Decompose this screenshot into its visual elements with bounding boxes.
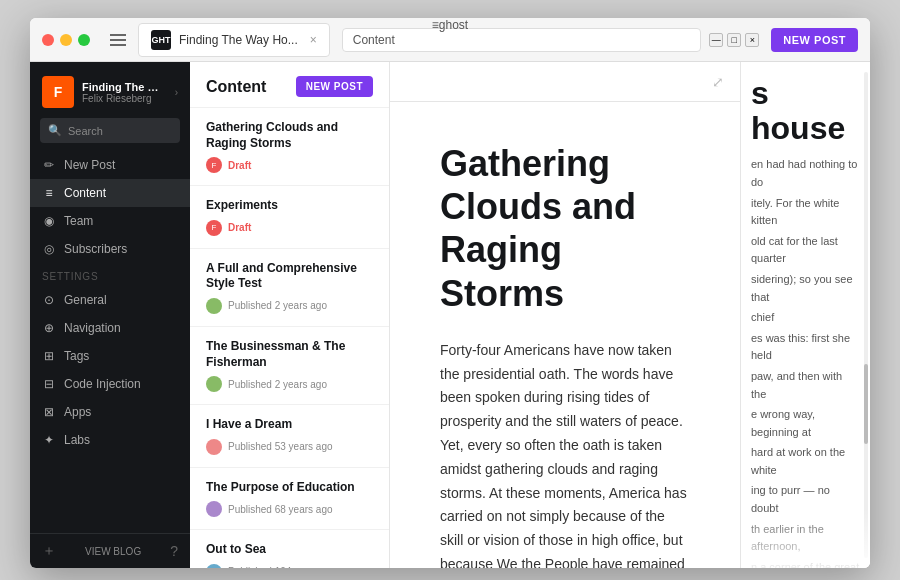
hamburger-icon[interactable] [110, 34, 126, 46]
sidebar-item-apps[interactable]: ⊠ Apps [30, 398, 190, 426]
right-panel-line: hard at work on the white [751, 444, 860, 479]
settings-section-label: SETTINGS [30, 263, 190, 286]
sidebar-item-label: General [64, 293, 107, 307]
status-badge: Draft [228, 222, 251, 233]
close-button[interactable] [42, 34, 54, 46]
fullscreen-button[interactable] [78, 34, 90, 46]
avatar [206, 298, 222, 314]
right-panel-line: paw, and then with the [751, 368, 860, 403]
sidebar-search[interactable]: 🔍 [40, 118, 180, 143]
view-blog-button[interactable]: VIEW BLOG [85, 546, 141, 557]
navigation-icon: ⊕ [42, 321, 56, 335]
tab-title: Finding The Way Ho... [179, 33, 298, 47]
sidebar-item-general[interactable]: ⊙ General [30, 286, 190, 314]
sidebar-item-label: Content [64, 186, 106, 200]
scrollbar-track[interactable] [864, 72, 868, 558]
status-badge: Published 2 years ago [228, 300, 327, 311]
sidebar-item-labs[interactable]: ✦ Labs [30, 426, 190, 454]
sidebar-item-new-post[interactable]: ✏ New Post [30, 151, 190, 179]
item-meta: F Draft [206, 220, 373, 236]
minimize-button[interactable] [60, 34, 72, 46]
editor-content[interactable]: Gathering Clouds and Raging Storms Forty… [390, 102, 740, 568]
avatar: F [206, 157, 222, 173]
main-window: GHT Finding The Way Ho... × Content — □ … [30, 18, 870, 568]
url-bar[interactable]: Content [342, 28, 702, 52]
avatar [206, 376, 222, 392]
add-site-button[interactable]: ＋ [42, 542, 56, 560]
list-item[interactable]: Gathering Cclouds and Raging Storms F Dr… [190, 108, 389, 186]
sidebar-item-label: Code Injection [64, 377, 141, 391]
sidebar-item-label: Team [64, 214, 93, 228]
right-panel-line: e wrong way, beginning at [751, 406, 860, 441]
status-badge: Draft [228, 160, 251, 171]
apps-icon: ⊠ [42, 405, 56, 419]
list-item[interactable]: A Full and Comprehensive Style Test Publ… [190, 249, 389, 327]
sidebar-item-label: New Post [64, 158, 115, 172]
avatar [206, 439, 222, 455]
status-badge: Published 104 years ago [228, 566, 338, 568]
right-panel-line: itely. For the white kitten [751, 195, 860, 230]
help-button[interactable]: ? [170, 543, 178, 559]
item-title: I Have a Dream [206, 417, 373, 433]
sidebar-item-team[interactable]: ◉ Team [30, 207, 190, 235]
nothing-text: nothing [809, 158, 845, 170]
list-item[interactable]: The Businessman & The Fisherman Publishe… [190, 327, 389, 405]
close-win-button[interactable]: × [745, 33, 759, 47]
traffic-lights [42, 34, 90, 46]
team-icon: ◉ [42, 214, 56, 228]
item-title: Gathering Cclouds and Raging Storms [206, 120, 373, 151]
minimize-win-button[interactable]: — [709, 33, 723, 47]
browser-controls: — □ × [709, 33, 759, 47]
right-panel: s house en had had nothing to do itely. … [740, 62, 870, 568]
content-list-header: Content NEW POST [190, 62, 389, 108]
right-panel-line: sidering); so you see that [751, 271, 860, 306]
sidebar-logo: F [42, 76, 74, 108]
general-icon: ⊙ [42, 293, 56, 307]
new-post-header-button[interactable]: NEW POST [771, 28, 858, 52]
sidebar: F Finding The Way H... Felix Rieseberg ›… [30, 62, 190, 568]
labs-icon: ✦ [42, 433, 56, 447]
scrollbar-thumb[interactable] [864, 364, 868, 444]
restore-win-button[interactable]: □ [727, 33, 741, 47]
expand-icon[interactable]: ⤢ [712, 74, 724, 90]
item-title: The Businessman & The Fisherman [206, 339, 373, 370]
tab-favicon: GHT [151, 30, 171, 50]
sidebar-item-subscribers[interactable]: ◎ Subscribers [30, 235, 190, 263]
search-input[interactable] [68, 125, 172, 137]
status-badge: Published 68 years ago [228, 504, 333, 515]
list-item[interactable]: Experiments F Draft [190, 186, 389, 249]
browser-tab[interactable]: GHT Finding The Way Ho... × [138, 23, 330, 57]
list-item[interactable]: The Purpose of Education Published 68 ye… [190, 468, 389, 531]
avatar [206, 564, 222, 568]
article-body: Forty-four Americans have now taken the … [440, 339, 690, 568]
main-editor: ⤢ Gathering Clouds and Raging Storms For… [390, 62, 740, 568]
subscribers-icon: ◎ [42, 242, 56, 256]
sidebar-item-navigation[interactable]: ⊕ Navigation [30, 314, 190, 342]
list-item[interactable]: I Have a Dream Published 53 years ago [190, 405, 389, 468]
tab-area: GHT Finding The Way Ho... × Content — □ … [138, 23, 858, 57]
right-panel-line: en had had nothing to do [751, 156, 860, 191]
new-post-list-button[interactable]: NEW POST [296, 76, 373, 97]
new-post-icon: ✏ [42, 158, 56, 172]
code-icon: ⊟ [42, 377, 56, 391]
item-meta: Published 2 years ago [206, 298, 373, 314]
list-item[interactable]: Out to Sea Published 104 years ago [190, 530, 389, 568]
sidebar-site-sub: Felix Rieseberg [82, 93, 167, 104]
sidebar-item-content[interactable]: ≡ Content [30, 179, 190, 207]
right-panel-line: old cat for the last quarter [751, 233, 860, 268]
search-icon: 🔍 [48, 124, 62, 137]
sidebar-item-label: Apps [64, 405, 91, 419]
right-panel-text: en had had nothing to do itely. For the … [741, 156, 870, 568]
content-items-list: Gathering Cclouds and Raging Storms F Dr… [190, 108, 389, 568]
sidebar-item-tags[interactable]: ⊞ Tags [30, 342, 190, 370]
url-text: Content [353, 33, 395, 47]
item-meta: F Draft [206, 157, 373, 173]
item-meta: Published 2 years ago [206, 376, 373, 392]
tab-close-icon[interactable]: × [310, 33, 317, 47]
content-list-panel: Content NEW POST Gathering Cclouds and R… [190, 62, 390, 568]
sidebar-item-code-injection[interactable]: ⊟ Code Injection [30, 370, 190, 398]
sidebar-item-label: Labs [64, 433, 90, 447]
sidebar-header: F Finding The Way H... Felix Rieseberg › [30, 62, 190, 118]
content-icon: ≡ [42, 186, 56, 200]
right-panel-title: s house [741, 62, 870, 156]
